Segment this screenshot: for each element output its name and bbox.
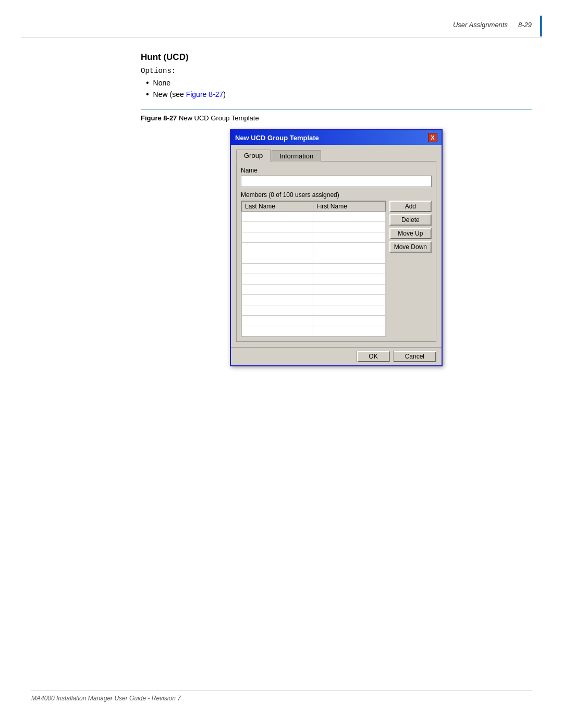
cancel-button[interactable]: Cancel	[393, 351, 436, 362]
page-title: Hunt (UCD)	[141, 52, 532, 63]
table-row	[242, 295, 386, 305]
page-footer: MA4000 Installation Manager User Guide -…	[31, 690, 532, 702]
dialog-window: New UCD Group Template X Group Informati…	[230, 129, 443, 366]
close-button[interactable]: X	[428, 133, 437, 142]
table-row	[242, 232, 386, 243]
footer-left-text: MA4000 Installation Manager User Guide -…	[31, 695, 181, 702]
list-item-none: None	[146, 78, 532, 88]
header-accent-bar	[540, 16, 542, 36]
header-divider	[21, 38, 542, 38]
dialog-footer: OK Cancel	[231, 347, 442, 365]
table-row	[242, 316, 386, 326]
name-input[interactable]	[241, 176, 432, 187]
section-header-title: User Assignments	[453, 21, 508, 29]
tab-content-group: Name Members (0 of 100 users assigned) L…	[236, 162, 436, 342]
tabs-row: Group Information	[236, 149, 436, 162]
table-row	[242, 264, 386, 274]
tab-information[interactable]: Information	[272, 150, 321, 162]
ok-button[interactable]: OK	[357, 351, 389, 362]
add-button[interactable]: Add	[389, 201, 432, 212]
side-buttons: Add Delete Move Up Move Down	[389, 201, 432, 337]
options-list: None New (see Figure 8-27)	[146, 78, 532, 99]
figure-caption: Figure 8-27 New UCD Group Template	[141, 114, 532, 122]
table-row	[242, 222, 386, 232]
dialog-titlebar: New UCD Group Template X	[231, 130, 442, 145]
table-row	[242, 285, 386, 295]
table-row	[242, 212, 386, 222]
col-last-name: Last Name	[242, 202, 313, 212]
tab-group[interactable]: Group	[236, 150, 271, 162]
members-label: Members (0 of 100 users assigned)	[241, 191, 432, 199]
table-row	[242, 274, 386, 285]
options-label: Options:	[141, 67, 532, 75]
table-row	[242, 305, 386, 316]
figure-area: Figure 8-27 New UCD Group Template New U…	[141, 109, 532, 366]
dialog-title: New UCD Group Template	[235, 134, 319, 142]
move-up-button[interactable]: Move Up	[389, 228, 432, 239]
figure-link[interactable]: Figure 8-27	[186, 90, 224, 98]
members-area: Last Name First Name	[241, 201, 432, 337]
list-item-new: New (see Figure 8-27)	[146, 90, 532, 99]
delete-button[interactable]: Delete	[389, 214, 432, 226]
dialog-container: New UCD Group Template X Group Informati…	[141, 129, 532, 366]
members-table: Last Name First Name	[241, 201, 386, 337]
table-row	[242, 243, 386, 253]
col-first-name: First Name	[313, 202, 385, 212]
dialog-body: Group Information Name Members (0 of 100…	[231, 145, 442, 347]
name-label: Name	[241, 167, 432, 174]
page-number: 8-29	[518, 21, 532, 29]
table-row	[242, 253, 386, 264]
move-down-button[interactable]: Move Down	[389, 241, 432, 253]
table-row	[242, 326, 386, 337]
members-table-container: Last Name First Name	[241, 201, 386, 337]
